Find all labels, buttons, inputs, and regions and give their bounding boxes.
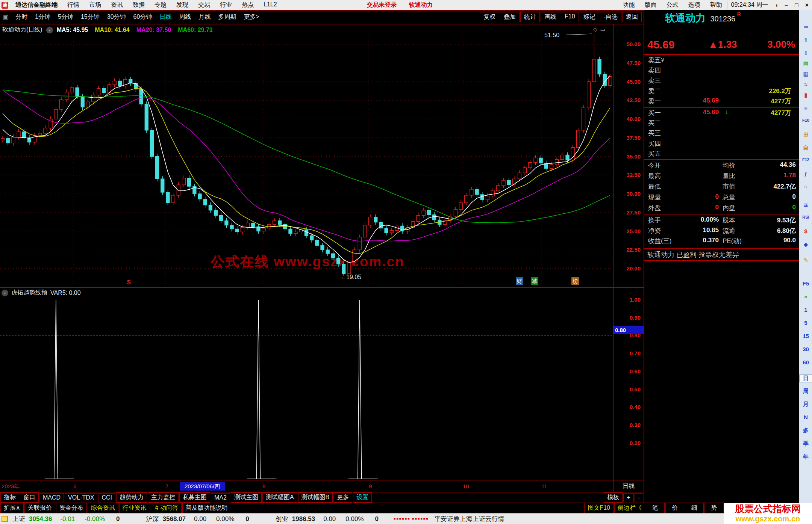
action-画线[interactable]: 画线 bbox=[541, 12, 560, 22]
period-month[interactable]: 月 bbox=[799, 401, 812, 408]
market-status-icon[interactable] bbox=[2, 516, 8, 522]
close-button[interactable]: × bbox=[802, 2, 812, 9]
chart-corner-icons[interactable]: ◇▭ bbox=[593, 26, 608, 32]
action-统计[interactable]: 统计 bbox=[520, 12, 540, 22]
period-multi[interactable]: 多 bbox=[799, 427, 812, 434]
chevron-down-icon[interactable]: ⌄ bbox=[46, 27, 53, 33]
menu-市场[interactable]: 市场 bbox=[84, 1, 106, 9]
tab-普及版功能说明[interactable]: 普及版功能说明 bbox=[182, 503, 231, 513]
menu-资讯[interactable]: 资讯 bbox=[106, 1, 128, 9]
menu-行情[interactable]: 行情 bbox=[62, 1, 84, 9]
action-叠加[interactable]: 叠加 bbox=[500, 12, 520, 22]
index-上证[interactable]: 上证3054.36-0.01-0.00%0 bbox=[12, 515, 120, 523]
index-沪深[interactable]: 沪深3568.070.000.00%0 bbox=[146, 515, 249, 523]
period-多周期[interactable]: 多周期 bbox=[214, 13, 240, 21]
tab-VOL-TDX[interactable]: VOL-TDX bbox=[65, 493, 97, 502]
circle-icon[interactable]: ○ bbox=[799, 183, 812, 190]
tab-指标[interactable]: 指标 bbox=[0, 492, 19, 503]
bid-row[interactable]: 买一45.69↓4277万 bbox=[644, 109, 799, 119]
tab-设置[interactable]: 设置 bbox=[353, 492, 372, 503]
tab--[interactable]: - bbox=[635, 493, 643, 502]
menu-热点[interactable]: 热点 bbox=[237, 1, 259, 9]
rsi-icon[interactable]: RSI bbox=[799, 215, 812, 219]
tab-行业资讯[interactable]: 行业资讯 bbox=[119, 503, 150, 513]
menu-版面[interactable]: 版面 bbox=[640, 1, 662, 9]
tab-测试幅图B[interactable]: 测试幅图B bbox=[298, 492, 333, 503]
f10-icon[interactable]: F10 bbox=[799, 118, 812, 122]
tab-细[interactable]: 细 bbox=[685, 503, 704, 513]
period-60分钟[interactable]: 60分钟 bbox=[130, 13, 156, 21]
period-5分钟[interactable]: 5分钟 bbox=[54, 13, 77, 21]
period-year[interactable]: 年 bbox=[799, 453, 812, 461]
period-周线[interactable]: 周线 bbox=[175, 13, 195, 21]
quote-table-icon[interactable]: ▦ bbox=[799, 71, 812, 77]
tab-扩展∧[interactable]: 扩展∧ bbox=[0, 503, 24, 513]
period-日线[interactable]: 日线 bbox=[156, 13, 175, 21]
panel-toggle-icon[interactable]: ▣ bbox=[0, 14, 12, 21]
tab-资金分布[interactable]: 资金分布 bbox=[56, 503, 87, 513]
tab-趋势动力[interactable]: 趋势动力 bbox=[116, 492, 147, 503]
menu-L1L2[interactable]: L1L2 bbox=[259, 1, 282, 9]
tab-测试主图[interactable]: 测试主图 bbox=[231, 492, 262, 503]
candlestick-chart[interactable]: 51.50←19.05$ bbox=[0, 24, 613, 287]
return-icon[interactable]: « bbox=[799, 293, 812, 300]
tab-综合资讯[interactable]: 综合资讯 bbox=[88, 503, 118, 513]
bid-row[interactable]: 买三 bbox=[644, 129, 799, 139]
tab-MACD[interactable]: MACD bbox=[39, 493, 64, 502]
indicator-chart[interactable] bbox=[0, 287, 613, 481]
period-30分钟[interactable]: 30分钟 bbox=[103, 13, 130, 21]
minimize-button[interactable]: − bbox=[781, 2, 791, 9]
bid-row[interactable]: 买五 bbox=[644, 149, 799, 160]
event-badge-榜[interactable]: 榜 bbox=[571, 277, 579, 285]
report-icon[interactable]: ▤ bbox=[799, 60, 812, 67]
period-月线[interactable]: 月线 bbox=[195, 13, 214, 21]
move-icon[interactable]: ◆ bbox=[799, 241, 812, 248]
ask-row[interactable]: 卖五¥ bbox=[644, 56, 799, 66]
up-icon[interactable]: ⇧ bbox=[799, 37, 812, 44]
kline-icon[interactable]: ▮ bbox=[799, 92, 812, 98]
restore-button[interactable]: □ bbox=[791, 2, 802, 9]
down-icon[interactable]: ⇩ bbox=[799, 50, 812, 57]
menu-功能[interactable]: 功能 bbox=[618, 1, 640, 9]
bid-row[interactable]: 买四 bbox=[644, 139, 799, 149]
period-分时[interactable]: 分时 bbox=[12, 13, 31, 21]
tab-+[interactable]: + bbox=[623, 493, 633, 502]
back-button[interactable]: ‹ bbox=[772, 2, 781, 9]
menu-发现[interactable]: 发现 bbox=[171, 1, 193, 9]
action-F10[interactable]: F10 bbox=[561, 12, 579, 22]
menu-帮助[interactable]: 帮助 bbox=[705, 1, 727, 9]
period-day[interactable]: 日 bbox=[799, 375, 812, 382]
chevron-down-icon[interactable]: ⌄ bbox=[2, 290, 8, 296]
tab-窗口[interactable]: 窗口 bbox=[20, 492, 39, 503]
period-quarter[interactable]: 季 bbox=[799, 440, 812, 447]
f5-icon[interactable]: F5 bbox=[799, 280, 812, 287]
ask-row[interactable]: 卖二226.2万 bbox=[644, 87, 799, 97]
tab-CCI[interactable]: CCI bbox=[98, 493, 115, 502]
draw-icon[interactable]: ✎ bbox=[799, 257, 812, 264]
menu-交易[interactable]: 交易 bbox=[193, 1, 215, 9]
trend-line-icon[interactable]: ≈ bbox=[799, 81, 812, 88]
tab-主力监控[interactable]: 主力监控 bbox=[148, 492, 179, 503]
action-标记[interactable]: 标记 bbox=[580, 12, 599, 22]
back-icon[interactable]: ⇦ bbox=[799, 24, 812, 30]
tab-MA2[interactable]: MA2 bbox=[211, 493, 230, 502]
index-创业[interactable]: 创业1986.530.000.00%0 bbox=[276, 515, 379, 523]
wave-icon[interactable]: ≋ bbox=[799, 202, 812, 208]
period-week[interactable]: 周 bbox=[799, 388, 812, 395]
menu-行业[interactable]: 行业 bbox=[215, 1, 237, 9]
period-60min[interactable]: 60 bbox=[799, 359, 812, 365]
tab-互动问答[interactable]: 互动问答 bbox=[151, 503, 182, 513]
event-badge-财[interactable]: 财 bbox=[516, 277, 523, 285]
period-15分钟[interactable]: 15分钟 bbox=[77, 13, 103, 21]
menu-专题[interactable]: 专题 bbox=[150, 1, 171, 9]
login-status[interactable]: 交易未登录 bbox=[361, 1, 403, 9]
period-1分钟[interactable]: 1分钟 bbox=[31, 13, 54, 21]
menu-数据[interactable]: 数据 bbox=[128, 1, 150, 9]
period-30min[interactable]: 30 bbox=[799, 346, 812, 352]
structure-icon[interactable]: ⊞ bbox=[799, 131, 812, 138]
tab-关联报价[interactable]: 关联报价 bbox=[24, 503, 55, 513]
ask-row[interactable]: 卖四 bbox=[644, 66, 799, 76]
tab-图文F10[interactable]: 图文F10 bbox=[584, 503, 614, 513]
ask-row[interactable]: 卖三 bbox=[644, 76, 799, 86]
tab-更多[interactable]: 更多 bbox=[333, 492, 352, 503]
